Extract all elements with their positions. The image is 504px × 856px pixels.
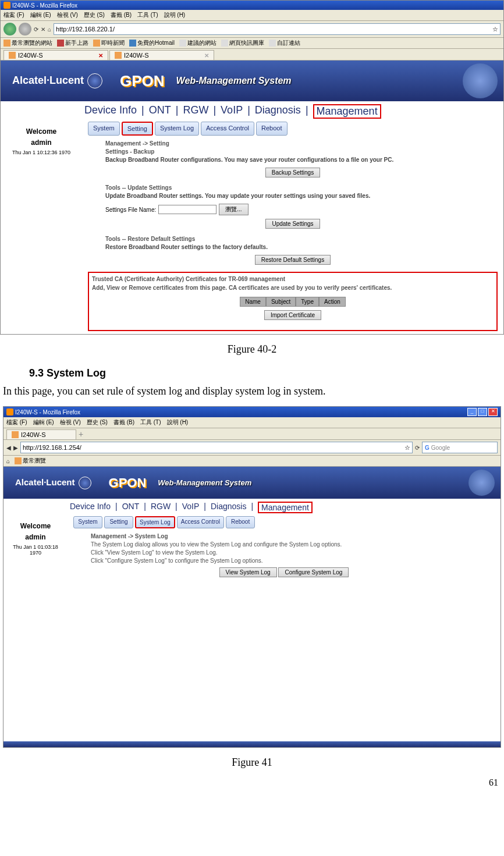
menu-help[interactable]: 說明 (H) — [167, 418, 189, 427]
tab-management[interactable]: Management — [313, 104, 381, 119]
menu-file[interactable]: 檔案 (F) — [6, 418, 27, 427]
ca-title: Trusted CA (Certificate Authority) Certi… — [92, 276, 494, 282]
browse-button[interactable]: 瀏覽... — [219, 204, 248, 215]
tab-device-info[interactable]: Device Info — [70, 502, 111, 513]
back-button[interactable] — [3, 23, 16, 35]
update-settings-button[interactable]: Update Settings — [265, 219, 320, 229]
reload-icon[interactable]: ⟳ — [34, 26, 38, 33]
configure-system-log-button[interactable]: Configure System Log — [278, 567, 349, 577]
subtab-system-log[interactable]: System Log — [135, 516, 175, 528]
subtab-reboot[interactable]: Reboot — [226, 516, 255, 528]
brand-icon — [79, 477, 91, 489]
bookmark-item[interactable]: 網頁快訊圖庫 — [221, 39, 264, 47]
menu-tools[interactable]: 工具 (T) — [137, 11, 158, 19]
tab-diagnosis[interactable]: Diagnosis — [255, 104, 301, 119]
home-icon[interactable]: ⌂ — [48, 26, 51, 33]
menu-bookmarks[interactable]: 書籤 (B) — [113, 418, 134, 427]
forward-button[interactable]: ▶ — [13, 445, 18, 451]
restore-default-button[interactable]: Restore Default Settings — [255, 255, 331, 265]
menu-edit[interactable]: 編輯 (E) — [33, 418, 54, 427]
stop-icon[interactable]: ✕ — [41, 26, 45, 33]
tab-voip[interactable]: VoIP — [182, 502, 200, 513]
tab-device-info[interactable]: Device Info — [84, 104, 137, 119]
subtab-setting[interactable]: Setting — [122, 122, 153, 136]
bookmark-icon — [3, 40, 10, 47]
back-button[interactable]: ◀ — [6, 445, 11, 451]
subtab-access-control[interactable]: Access Control — [177, 516, 224, 528]
bookmark-item[interactable]: 新手上路 — [57, 39, 88, 47]
figure-caption-2: Figure 41 — [0, 756, 504, 769]
tab-rgw[interactable]: RGW — [183, 104, 208, 119]
tab-ont[interactable]: ONT — [149, 104, 171, 119]
layout: Welcome admin Thu Jan 1 01:03:18 1970 Sy… — [3, 516, 501, 741]
main-tabs: Device Info| ONT| RGW| VoIP| Diagnosis| … — [1, 101, 503, 122]
screenshot-2: I240W-S - Mozilla Firefox _ □ ✕ 檔案 (F) 編… — [3, 406, 501, 748]
close-tab-icon[interactable]: ✕ — [204, 52, 209, 59]
menu-file[interactable]: 檔案 (F) — [3, 11, 24, 19]
subtab-system[interactable]: System — [88, 122, 120, 136]
update-desc: Update Broadband Router settings. You ma… — [88, 193, 498, 199]
reload-icon[interactable]: ⟳ — [415, 445, 420, 451]
tab-bar: I240W-S✕ I240W-S✕ — [1, 49, 503, 61]
tab-voip[interactable]: VoIP — [221, 104, 243, 119]
browser-tab[interactable]: I240W-S✕ — [109, 50, 214, 60]
menu-view[interactable]: 檢視 (V) — [60, 418, 81, 427]
search-box[interactable]: G Google — [422, 442, 498, 453]
close-button[interactable]: ✕ — [488, 408, 498, 416]
forward-button[interactable] — [19, 23, 31, 35]
subtab-access-control[interactable]: Access Control — [201, 122, 254, 136]
view-system-log-button[interactable]: View System Log — [219, 567, 277, 577]
bookmark-item[interactable]: 自訂連結 — [269, 39, 300, 47]
breadcrumb: Management -> Setting — [88, 140, 498, 147]
subtab-system[interactable]: System — [73, 516, 102, 528]
maximize-button[interactable]: □ — [478, 408, 487, 416]
body-text: In this page, you can set rule of system… — [3, 385, 501, 397]
url-text: http://192.168.1.254/ — [23, 444, 81, 451]
browser-tab[interactable]: I240W-S — [6, 429, 76, 439]
file-input[interactable] — [158, 205, 216, 214]
subtab-reboot[interactable]: Reboot — [256, 122, 287, 136]
tab-rgw[interactable]: RGW — [151, 502, 171, 513]
ca-desc: Add, View or Remove certificates from th… — [92, 285, 494, 291]
content: System Setting System Log Access Control… — [68, 516, 501, 741]
url-text: http://192.168.220.1/ — [56, 26, 115, 33]
restore-desc: Restore Broadband Router settings to the… — [88, 244, 498, 250]
menubar: 檔案 (F) 編輯 (E) 檢視 (V) 歷史 (S) 書籤 (B) 工具 (T… — [1, 10, 503, 21]
star-icon[interactable]: ☆ — [492, 26, 498, 33]
import-certificate-button[interactable]: Import Certificate — [264, 310, 321, 320]
home-icon[interactable]: ⌂ — [6, 458, 10, 464]
google-icon: G — [425, 445, 430, 451]
tab-bar: I240W-S + — [3, 428, 501, 440]
menu-history[interactable]: 歷史 (S) — [84, 11, 105, 19]
bookmark-item[interactable]: 最常瀏覽 — [15, 457, 46, 465]
minimize-button[interactable]: _ — [467, 408, 477, 416]
menu-view[interactable]: 檢視 (V) — [57, 11, 78, 19]
bookmark-item[interactable]: 最常瀏覽的網站 — [3, 39, 52, 47]
tab-management[interactable]: Management — [258, 502, 313, 513]
star-icon[interactable]: ☆ — [404, 444, 410, 452]
menu-tools[interactable]: 工具 (T) — [140, 418, 161, 427]
menu-bookmarks[interactable]: 書籤 (B) — [111, 11, 132, 19]
subtab-system-log[interactable]: System Log — [155, 122, 199, 136]
gpon-title: GPON — [120, 72, 165, 90]
address-bar[interactable]: http://192.168.220.1/ ☆ — [54, 23, 501, 35]
window-title: I240W-S - Mozilla Firefox — [15, 409, 80, 415]
new-tab-button[interactable]: + — [79, 429, 83, 439]
menu-help[interactable]: 說明 (H) — [164, 11, 186, 19]
tab-diagnosis[interactable]: Diagnosis — [211, 502, 246, 513]
subtab-setting[interactable]: Setting — [104, 516, 133, 528]
menu-edit[interactable]: 編輯 (E) — [30, 11, 51, 19]
tab-ont[interactable]: ONT — [122, 502, 140, 513]
date-label: Thu Jan 1 10:12:36 1970 — [3, 150, 79, 155]
syslog-desc2: Click "View System Log" to view the Syst… — [73, 549, 495, 556]
bookmark-item[interactable]: 即時新聞 — [93, 39, 125, 47]
browser-tab[interactable]: I240W-S✕ — [3, 50, 108, 60]
welcome-label: Welcome — [6, 522, 65, 530]
close-tab-icon[interactable]: ✕ — [98, 52, 103, 59]
backup-settings-button[interactable]: Backup Settings — [265, 168, 320, 177]
address-bar[interactable]: http://192.168.1.254/ ☆ — [20, 442, 413, 453]
gpon-title: GPON — [109, 475, 147, 491]
menu-history[interactable]: 歷史 (S) — [87, 418, 108, 427]
bookmark-item[interactable]: 免費的Hotmail — [129, 39, 175, 47]
bookmark-item[interactable]: 建議的網站 — [179, 39, 216, 47]
